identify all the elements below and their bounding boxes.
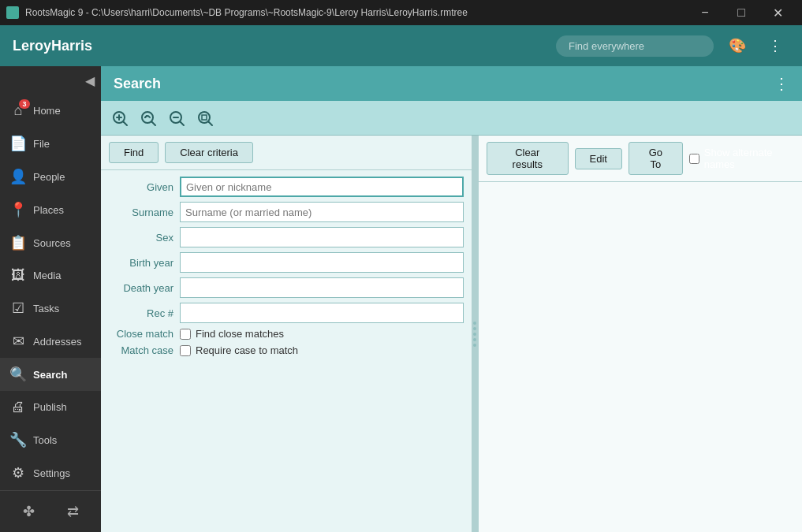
sidebar-item-addresses[interactable]: ✉ Addresses	[0, 325, 101, 358]
sidebar-item-file[interactable]: 📄 File	[0, 127, 101, 160]
show-alt-names-area: Show alternate names	[689, 147, 794, 170]
sidebar-label-media: Media	[33, 270, 61, 281]
go-to-button[interactable]: Go To	[629, 142, 683, 175]
divider-dot-2	[473, 327, 476, 330]
match-case-label: Match case	[109, 344, 180, 356]
surname-label: Surname	[109, 206, 180, 218]
sex-input[interactable]	[180, 227, 464, 247]
close-match-row: Close match Find close matches	[109, 328, 464, 340]
sidebar: ◀ ⌂ Home 3 📄 File 👤 People 📍 Places 📋 So…	[0, 66, 101, 532]
close-match-area: Find close matches	[180, 328, 284, 340]
rec-num-label: Rec #	[109, 307, 180, 319]
svg-line-6	[145, 116, 147, 117]
sex-row: Sex	[109, 227, 464, 247]
show-alt-names-label: Show alternate names	[704, 147, 794, 170]
maximize-button[interactable]: □	[723, 0, 759, 25]
match-case-row: Match case Require case to match	[109, 344, 464, 356]
sidebar-label-addresses: Addresses	[33, 336, 81, 348]
svg-line-11	[209, 121, 213, 125]
edit-button[interactable]: Edit	[575, 148, 622, 169]
sidebar-label-file: File	[33, 138, 50, 150]
sidebar-label-publish: Publish	[33, 401, 67, 413]
sidebar-bottom-left-button[interactable]: ✤	[14, 497, 43, 526]
publish-icon: 🖨	[9, 399, 27, 415]
divider-dot-4	[473, 338, 476, 341]
zoom-reset-button[interactable]	[136, 106, 161, 131]
people-icon: 👤	[9, 168, 27, 185]
global-search-input[interactable]	[556, 35, 714, 57]
action-bar: Find Clear criteria	[101, 136, 472, 170]
settings-icon: ⚙	[9, 464, 27, 482]
sidebar-item-search[interactable]: 🔍 Search	[0, 358, 101, 391]
divider-dot-1	[473, 322, 476, 325]
title-bar-controls: − □ ✕	[687, 0, 796, 25]
sidebar-label-tasks: Tasks	[33, 303, 59, 314]
rec-num-input[interactable]	[180, 303, 464, 323]
death-year-input[interactable]	[180, 277, 464, 298]
sidebar-item-people[interactable]: 👤 People	[0, 160, 101, 193]
sidebar-item-home[interactable]: ⌂ Home 3	[0, 95, 101, 127]
surname-row: Surname	[109, 202, 464, 222]
clear-results-button[interactable]: Clear results	[487, 142, 569, 175]
layout: ◀ ⌂ Home 3 📄 File 👤 People 📍 Places 📋 So…	[0, 66, 802, 532]
sidebar-item-media[interactable]: 🖼 Media	[0, 259, 101, 292]
death-year-label: Death year	[109, 282, 180, 294]
app-icon	[6, 6, 19, 19]
page-title: Search	[114, 76, 774, 92]
right-action-bar: Clear results Edit Go To Show alternate …	[479, 136, 802, 182]
close-button[interactable]: ✕	[759, 0, 796, 25]
left-panel: Find Clear criteria Given Surname	[101, 136, 472, 532]
sidebar-bottom: ✤ ⇄	[0, 490, 101, 532]
divider-dot-3	[473, 333, 476, 336]
find-button[interactable]: Find	[109, 142, 159, 163]
clear-criteria-button[interactable]: Clear criteria	[165, 142, 253, 163]
results-area	[479, 182, 802, 532]
birth-year-label: Birth year	[109, 257, 180, 269]
sidebar-item-tools[interactable]: 🔧 Tools	[0, 423, 101, 456]
sidebar-toggle[interactable]: ◀	[0, 66, 101, 95]
svg-line-5	[152, 121, 156, 125]
form-area: Given Surname Sex Birth ye	[101, 170, 472, 532]
panel-divider	[472, 136, 478, 532]
title-bar: RootsMagic 9 - C:\Users\harri\Documents\…	[0, 0, 802, 25]
sidebar-bottom-right-button[interactable]: ⇄	[58, 497, 87, 526]
zoom-out-button[interactable]	[164, 106, 189, 131]
sidebar-item-tasks[interactable]: ☑ Tasks	[0, 292, 101, 325]
minimize-button[interactable]: −	[687, 0, 723, 25]
sidebar-item-settings[interactable]: ⚙ Settings	[0, 456, 101, 489]
page-more-icon[interactable]: ⋮	[774, 74, 789, 93]
app-header: LeroyHarris 🎨 ⋮	[0, 25, 802, 66]
show-alt-names-checkbox[interactable]	[689, 154, 699, 164]
given-input[interactable]	[180, 177, 464, 197]
sidebar-label-home: Home	[33, 105, 61, 117]
sex-label: Sex	[109, 232, 180, 244]
given-label: Given	[109, 181, 180, 193]
right-panel: Clear results Edit Go To Show alternate …	[478, 136, 802, 532]
media-icon: 🖼	[9, 267, 27, 284]
sidebar-item-places[interactable]: 📍 Places	[0, 193, 101, 226]
app-title: LeroyHarris	[13, 38, 546, 54]
birth-year-input[interactable]	[180, 252, 464, 273]
palette-button[interactable]: 🎨	[723, 32, 752, 60]
sources-icon: 📋	[9, 234, 27, 251]
zoom-in-button[interactable]	[107, 106, 132, 131]
match-case-text: Require case to match	[196, 344, 298, 356]
close-match-checkbox[interactable]	[180, 329, 191, 340]
tools-icon: 🔧	[9, 431, 27, 448]
zoom-fit-button[interactable]	[192, 106, 218, 131]
divider-dot-5	[473, 344, 476, 347]
match-case-area: Require case to match	[180, 344, 298, 356]
search-body: Find Clear criteria Given Surname	[101, 136, 802, 532]
match-case-checkbox[interactable]	[180, 345, 191, 356]
places-icon: 📍	[9, 201, 27, 218]
surname-input[interactable]	[180, 202, 464, 222]
page-header: Search ⋮	[101, 66, 802, 101]
close-match-label: Close match	[109, 328, 180, 340]
given-row: Given	[109, 177, 464, 197]
tasks-icon: ☑	[9, 299, 27, 317]
sidebar-label-search: Search	[33, 369, 67, 381]
header-more-button[interactable]: ⋮	[761, 32, 789, 60]
sidebar-item-publish[interactable]: 🖨 Publish	[0, 391, 101, 423]
sidebar-item-sources[interactable]: 📋 Sources	[0, 226, 101, 259]
sidebar-label-sources: Sources	[33, 237, 71, 249]
